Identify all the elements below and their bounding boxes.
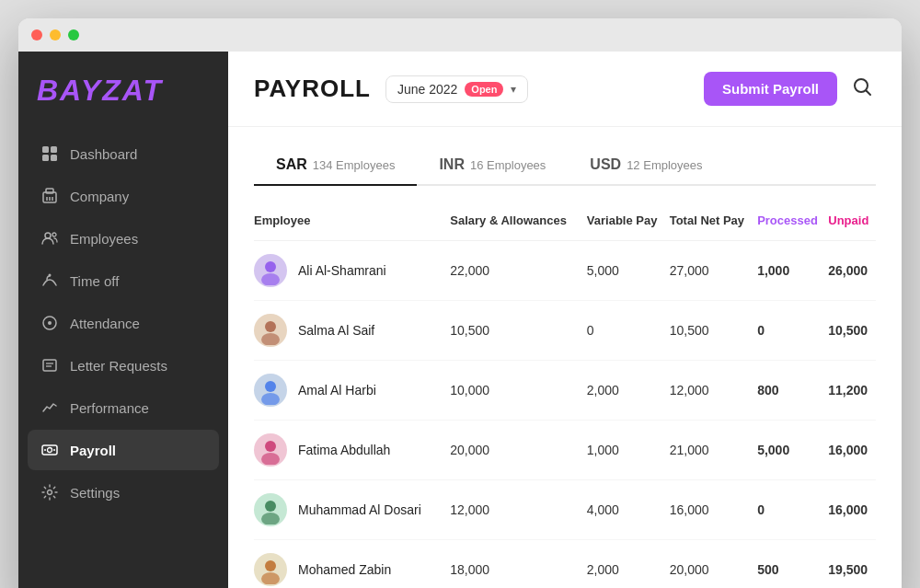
- logo: BAYZAT: [18, 52, 228, 133]
- sidebar-label-company: Company: [70, 189, 129, 204]
- svg-point-31: [261, 453, 280, 465]
- period-selector[interactable]: June 2022 Open ▾: [385, 75, 529, 103]
- unpaid-cell-2: 11,200: [828, 361, 876, 421]
- svg-point-25: [261, 273, 280, 285]
- unpaid-cell-0: 26,000: [828, 241, 876, 301]
- svg-point-18: [48, 448, 52, 453]
- processed-cell-5: 500: [757, 540, 828, 589]
- submit-payroll-button[interactable]: Submit Payroll: [704, 72, 837, 106]
- variable-cell-0: 5,000: [587, 241, 670, 301]
- col-employee: Employee: [254, 204, 450, 241]
- processed-cell-1: 0: [757, 301, 828, 361]
- tab-inr[interactable]: INR 16 Employees: [417, 145, 568, 186]
- sidebar-item-settings[interactable]: Settings: [28, 472, 219, 513]
- tab-sar[interactable]: SAR 134 Employees: [254, 145, 417, 186]
- employee-name: Fatima Abdullah: [298, 443, 390, 457]
- avatar: [254, 553, 287, 586]
- employee-name: Muhammad Al Dosari: [298, 502, 421, 517]
- avatar: [254, 493, 287, 526]
- employee-cell-1: Salma Al Saif: [254, 301, 450, 361]
- unpaid-cell-1: 10,500: [828, 301, 876, 361]
- svg-point-30: [265, 441, 276, 452]
- sidebar-label-attendance: Attendance: [70, 316, 140, 331]
- search-button[interactable]: [848, 73, 876, 105]
- table-row: Salma Al Saif 10,500 0 10,500 0 10,500: [254, 301, 876, 361]
- dashboard-icon: [40, 144, 59, 163]
- inr-employees: 16 Employees: [470, 158, 546, 172]
- table-header-row: Employee Salary & Allowances Variable Pa…: [254, 204, 876, 241]
- avatar: [254, 254, 287, 287]
- period-label: June 2022: [397, 82, 457, 97]
- employees-icon: [40, 229, 59, 248]
- variable-cell-2: 2,000: [587, 361, 670, 421]
- open-badge: Open: [465, 82, 503, 97]
- processed-cell-2: 800: [757, 361, 828, 421]
- processed-cell-0: 1,000: [757, 241, 828, 301]
- svg-line-23: [867, 91, 871, 96]
- salary-cell-4: 12,000: [450, 480, 587, 540]
- total-cell-1: 10,500: [670, 301, 757, 361]
- svg-rect-1: [51, 146, 57, 153]
- table-row: Amal Al Harbi 10,000 2,000 12,000 800 11…: [254, 361, 876, 421]
- variable-cell-5: 2,000: [587, 540, 670, 589]
- payroll-icon: [40, 441, 59, 459]
- sidebar-item-letter-requests[interactable]: Letter Requests: [28, 345, 219, 386]
- sidebar-item-company[interactable]: Company: [28, 176, 219, 216]
- total-cell-3: 21,000: [670, 421, 757, 480]
- variable-cell-1: 0: [587, 301, 670, 361]
- employee-name: Amal Al Harbi: [298, 383, 376, 398]
- employee-cell-5: Mohamed Zabin: [254, 540, 450, 589]
- processed-cell-3: 5,000: [757, 421, 828, 480]
- search-icon: [852, 76, 872, 97]
- svg-point-27: [261, 333, 280, 345]
- employee-cell-4: Muhammad Al Dosari: [254, 480, 450, 540]
- svg-point-11: [49, 274, 52, 277]
- sar-employees: 134 Employees: [313, 158, 396, 172]
- sidebar-item-dashboard[interactable]: Dashboard: [28, 133, 219, 174]
- sidebar-item-attendance[interactable]: Attendance: [28, 303, 219, 343]
- topbar-left: PAYROLL June 2022 Open ▾: [254, 75, 528, 103]
- minimize-dot[interactable]: [50, 29, 61, 40]
- employee-name: Ali Al-Shamrani: [298, 263, 386, 278]
- letter-icon: [40, 356, 59, 375]
- logo-text: BAYZAT: [37, 74, 163, 107]
- svg-point-35: [261, 572, 280, 584]
- col-total: Total Net Pay: [670, 204, 757, 241]
- sidebar-item-timeoff[interactable]: Time off: [28, 260, 219, 301]
- svg-point-33: [261, 513, 280, 525]
- salary-cell-1: 10,500: [450, 301, 587, 361]
- usd-code: USD: [590, 156, 621, 173]
- svg-point-21: [48, 490, 52, 495]
- svg-rect-14: [43, 360, 56, 371]
- maximize-dot[interactable]: [68, 29, 79, 40]
- company-icon: [40, 187, 59, 205]
- svg-point-24: [265, 261, 276, 272]
- currency-tabs: SAR 134 Employees INR 16 Employees USD 1…: [254, 145, 876, 186]
- sidebar-label-performance: Performance: [70, 400, 149, 416]
- content-area: SAR 134 Employees INR 16 Employees USD 1…: [228, 127, 902, 588]
- svg-point-13: [48, 321, 52, 325]
- svg-point-29: [261, 393, 280, 405]
- salary-cell-5: 18,000: [450, 540, 587, 589]
- sidebar-label-dashboard: Dashboard: [70, 146, 137, 162]
- svg-point-26: [265, 321, 276, 332]
- svg-rect-3: [51, 155, 57, 161]
- sidebar-label-settings: Settings: [70, 485, 120, 501]
- tab-usd[interactable]: USD 12 Employees: [568, 145, 724, 186]
- employee-cell-3: Fatima Abdullah: [254, 421, 450, 480]
- salary-cell-3: 20,000: [450, 421, 587, 480]
- sidebar-item-performance[interactable]: Performance: [28, 387, 219, 428]
- page-title: PAYROLL: [254, 75, 371, 103]
- variable-cell-4: 4,000: [587, 480, 670, 540]
- sidebar-item-employees[interactable]: Employees: [28, 218, 219, 259]
- total-cell-5: 20,000: [670, 540, 757, 589]
- close-dot[interactable]: [31, 29, 42, 40]
- svg-point-28: [265, 381, 276, 392]
- sidebar-label-letter-requests: Letter Requests: [70, 358, 167, 374]
- sidebar: BAYZAT Dashboard: [18, 52, 228, 588]
- total-cell-2: 12,000: [670, 361, 757, 421]
- sidebar-item-payroll[interactable]: Payroll: [28, 430, 219, 470]
- avatar: [254, 374, 287, 407]
- svg-point-9: [45, 233, 51, 238]
- attendance-icon: [40, 314, 59, 332]
